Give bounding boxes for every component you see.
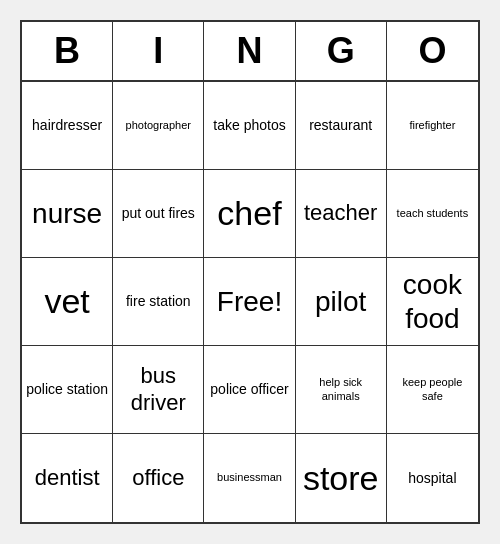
header-letter: G bbox=[296, 22, 387, 80]
bingo-cell[interactable]: keep people safe bbox=[387, 346, 478, 434]
header-letter: N bbox=[204, 22, 295, 80]
bingo-cell[interactable]: firefighter bbox=[387, 82, 478, 170]
bingo-cell[interactable]: police officer bbox=[204, 346, 295, 434]
bingo-cell[interactable]: chef bbox=[204, 170, 295, 258]
bingo-cell[interactable]: hairdresser bbox=[22, 82, 113, 170]
cell-text: Free! bbox=[217, 285, 282, 319]
bingo-cell[interactable]: bus driver bbox=[113, 346, 204, 434]
cell-text: bus driver bbox=[117, 363, 199, 416]
cell-text: help sick animals bbox=[300, 376, 382, 402]
bingo-cell[interactable]: dentist bbox=[22, 434, 113, 522]
bingo-cell[interactable]: pilot bbox=[296, 258, 387, 346]
cell-text: put out fires bbox=[122, 205, 195, 222]
bingo-cell[interactable]: hospital bbox=[387, 434, 478, 522]
bingo-cell[interactable]: businessman bbox=[204, 434, 295, 522]
cell-text: pilot bbox=[315, 285, 366, 319]
cell-text: police station bbox=[26, 381, 108, 398]
bingo-cell[interactable]: store bbox=[296, 434, 387, 522]
bingo-cell[interactable]: teacher bbox=[296, 170, 387, 258]
cell-text: keep people safe bbox=[391, 376, 474, 402]
cell-text: police officer bbox=[210, 381, 288, 398]
cell-text: firefighter bbox=[409, 119, 455, 132]
cell-text: photographer bbox=[126, 119, 191, 132]
cell-text: teach students bbox=[397, 207, 469, 220]
cell-text: chef bbox=[217, 193, 281, 234]
bingo-cell[interactable]: teach students bbox=[387, 170, 478, 258]
cell-text: teacher bbox=[304, 200, 377, 226]
cell-text: store bbox=[303, 458, 379, 499]
cell-text: take photos bbox=[213, 117, 285, 134]
cell-text: restaurant bbox=[309, 117, 372, 134]
bingo-cell[interactable]: photographer bbox=[113, 82, 204, 170]
cell-text: hospital bbox=[408, 470, 456, 487]
cell-text: vet bbox=[44, 281, 89, 322]
bingo-cell[interactable]: fire station bbox=[113, 258, 204, 346]
cell-text: fire station bbox=[126, 293, 191, 310]
bingo-header: BINGO bbox=[22, 22, 478, 82]
cell-text: office bbox=[132, 465, 184, 491]
bingo-cell[interactable]: restaurant bbox=[296, 82, 387, 170]
bingo-grid: hairdresserphotographertake photosrestau… bbox=[22, 82, 478, 522]
bingo-cell[interactable]: cook food bbox=[387, 258, 478, 346]
bingo-cell[interactable]: nurse bbox=[22, 170, 113, 258]
header-letter: I bbox=[113, 22, 204, 80]
bingo-cell[interactable]: Free! bbox=[204, 258, 295, 346]
bingo-cell[interactable]: help sick animals bbox=[296, 346, 387, 434]
bingo-cell[interactable]: vet bbox=[22, 258, 113, 346]
bingo-cell[interactable]: office bbox=[113, 434, 204, 522]
cell-text: businessman bbox=[217, 471, 282, 484]
cell-text: nurse bbox=[32, 197, 102, 231]
bingo-card: BINGO hairdresserphotographertake photos… bbox=[20, 20, 480, 524]
header-letter: O bbox=[387, 22, 478, 80]
cell-text: hairdresser bbox=[32, 117, 102, 134]
bingo-cell[interactable]: put out fires bbox=[113, 170, 204, 258]
header-letter: B bbox=[22, 22, 113, 80]
bingo-cell[interactable]: take photos bbox=[204, 82, 295, 170]
cell-text: dentist bbox=[35, 465, 100, 491]
bingo-cell[interactable]: police station bbox=[22, 346, 113, 434]
cell-text: cook food bbox=[391, 268, 474, 335]
